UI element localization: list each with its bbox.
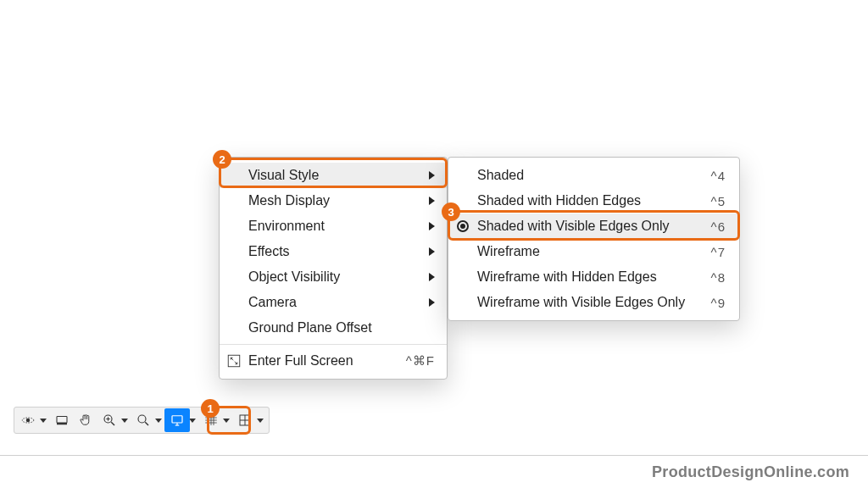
- menu-item-label: Visual Style: [248, 168, 319, 183]
- viewports-tool[interactable]: [233, 409, 257, 431]
- pan-tool[interactable]: [74, 409, 97, 431]
- menu-item-label: Camera: [248, 295, 297, 310]
- look-at-tool[interactable]: [50, 409, 74, 431]
- menu-item-environment[interactable]: Environment: [220, 214, 447, 239]
- menu-item-visual-style[interactable]: Visual Style: [220, 163, 447, 188]
- look-at-icon: [54, 413, 70, 428]
- radio-selected-icon: [457, 220, 469, 232]
- zoom-icon: [102, 413, 117, 428]
- submenu-item-wireframe-visible-edges-only[interactable]: Wireframe with Visible Edges Only ^9: [448, 290, 739, 315]
- submenu-item-shaded-hidden-edges[interactable]: Shaded with Hidden Edges ^5: [448, 188, 739, 214]
- submenu-item-wireframe-hidden-edges[interactable]: Wireframe with Hidden Edges ^8: [448, 264, 739, 290]
- submenu-item-shortcut: ^9: [711, 296, 726, 310]
- submenu-arrow-icon: [429, 273, 435, 281]
- menu-item-effects[interactable]: Effects: [220, 239, 447, 264]
- watermark-text: ProductDesignOnline.com: [652, 463, 849, 481]
- svg-line-9: [145, 422, 148, 425]
- fit-icon: [136, 413, 151, 428]
- submenu-item-shaded-visible-edges-only[interactable]: Shaded with Visible Edges Only ^6: [448, 214, 739, 239]
- viewport-toolbar: [14, 407, 270, 434]
- submenu-item-label: Shaded with Visible Edges Only: [477, 219, 670, 234]
- visual-style-submenu: Shaded ^4 Shaded with Hidden Edges ^5 Sh…: [448, 157, 740, 321]
- submenu-item-shaded[interactable]: Shaded ^4: [448, 163, 739, 188]
- display-settings-menu: Visual Style Mesh Display Environment Ef…: [219, 157, 448, 380]
- svg-rect-16: [228, 355, 240, 367]
- menu-item-label: Effects: [248, 244, 290, 259]
- submenu-arrow-icon: [429, 171, 435, 180]
- menu-item-label: Ground Plane Offset: [248, 320, 372, 336]
- submenu-item-shortcut: ^6: [711, 219, 726, 234]
- menu-item-label: Environment: [248, 219, 325, 234]
- grid-tool[interactable]: [199, 409, 223, 431]
- submenu-item-shortcut: ^7: [711, 245, 726, 259]
- menu-item-mesh-display[interactable]: Mesh Display: [220, 188, 447, 214]
- submenu-arrow-icon: [429, 247, 435, 256]
- submenu-item-label: Wireframe: [477, 244, 540, 259]
- svg-point-8: [138, 415, 146, 423]
- display-icon: [170, 413, 185, 428]
- orbit-tool[interactable]: [16, 409, 40, 431]
- hand-icon: [78, 413, 93, 428]
- menu-item-ground-plane-offset[interactable]: Ground Plane Offset: [220, 315, 447, 341]
- submenu-item-label: Shaded with Hidden Edges: [477, 193, 641, 208]
- submenu-item-label: Wireframe with Hidden Edges: [477, 269, 657, 285]
- display-settings-tool[interactable]: [164, 408, 190, 432]
- viewports-icon: [237, 413, 253, 428]
- footer-divider: [0, 455, 868, 456]
- menu-divider: [220, 344, 447, 345]
- submenu-item-label: Shaded: [477, 168, 524, 183]
- submenu-item-wireframe[interactable]: Wireframe ^7: [448, 239, 739, 264]
- svg-rect-10: [172, 416, 182, 423]
- orbit-icon: [20, 413, 36, 428]
- svg-line-5: [111, 422, 114, 425]
- fit-tool[interactable]: [131, 409, 155, 431]
- menu-item-label: Mesh Display: [248, 193, 330, 208]
- svg-rect-3: [57, 423, 67, 424]
- menu-item-shortcut: ^⌘F: [406, 353, 435, 369]
- submenu-arrow-icon: [429, 222, 435, 230]
- svg-rect-2: [57, 417, 67, 424]
- fullscreen-icon: [226, 353, 242, 369]
- zoom-tool[interactable]: [97, 409, 121, 431]
- submenu-arrow-icon: [429, 197, 435, 205]
- svg-point-0: [26, 419, 31, 423]
- menu-item-camera[interactable]: Camera: [220, 290, 447, 315]
- menu-item-enter-full-screen[interactable]: Enter Full Screen ^⌘F: [220, 348, 447, 374]
- menu-item-label: Object Visibility: [248, 269, 340, 285]
- submenu-item-label: Wireframe with Visible Edges Only: [477, 295, 685, 310]
- submenu-item-shortcut: ^5: [711, 194, 726, 208]
- submenu-arrow-icon: [429, 298, 435, 307]
- submenu-item-shortcut: ^8: [711, 270, 726, 285]
- grid-icon: [203, 413, 219, 428]
- menu-item-object-visibility[interactable]: Object Visibility: [220, 264, 447, 290]
- menu-item-label: Enter Full Screen: [248, 353, 353, 369]
- submenu-item-shortcut: ^4: [711, 169, 726, 183]
